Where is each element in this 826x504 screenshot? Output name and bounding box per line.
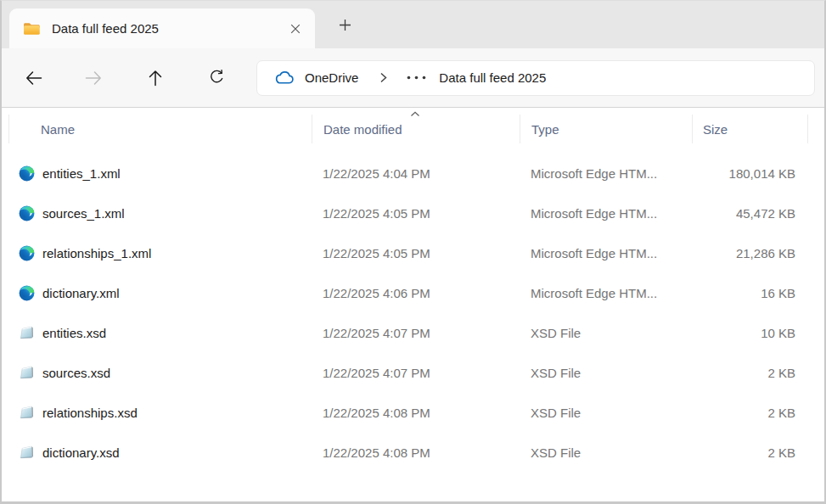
folder-tab[interactable]: Data full feed 2025 [9, 8, 315, 48]
file-type: Microsoft Edge HTM... [520, 166, 692, 181]
file-type: XSD File [520, 366, 692, 380]
file-list: entities_1.xml 1/22/2025 4:04 PM Microso… [2, 154, 824, 473]
file-row[interactable]: entities_1.xml 1/22/2025 4:04 PM Microso… [2, 154, 824, 193]
file-date-modified: 1/22/2025 4:05 PM [312, 246, 520, 260]
edge-file-icon [19, 205, 35, 221]
file-name: entities_1.xml [42, 166, 121, 181]
file-date-modified: 1/22/2025 4:08 PM [312, 406, 520, 420]
refresh-icon[interactable] [198, 61, 235, 95]
edge-file-icon [19, 285, 35, 301]
forward-icon[interactable] [75, 61, 112, 95]
file-date-modified: 1/22/2025 4:07 PM [312, 326, 520, 340]
file-name: dictionary.xml [42, 286, 120, 300]
address-bar[interactable]: OneDrive Data full feed 2025 [256, 60, 815, 96]
file-size: 2 KB [692, 366, 808, 380]
file-date-modified: 1/22/2025 4:04 PM [312, 166, 520, 181]
xsd-file-icon [19, 405, 35, 421]
column-header-size[interactable]: Size [692, 115, 808, 143]
file-date-modified: 1/22/2025 4:05 PM [312, 206, 520, 221]
file-row[interactable]: sources_1.xml 1/22/2025 4:05 PM Microsof… [2, 193, 824, 233]
breadcrumb-ellipsis-icon[interactable] [407, 76, 426, 80]
file-size: 10 KB [692, 326, 808, 340]
file-size: 2 KB [692, 406, 808, 420]
file-type: XSD File [520, 406, 692, 420]
breadcrumb-current[interactable]: Data full feed 2025 [439, 70, 546, 85]
column-header-name[interactable]: Name [8, 115, 312, 143]
xsd-file-icon [19, 445, 35, 461]
file-date-modified: 1/22/2025 4:06 PM [312, 286, 520, 300]
file-size: 2 KB [692, 445, 808, 460]
close-tab-icon[interactable] [284, 18, 306, 40]
folder-icon [23, 21, 41, 36]
file-date-modified: 1/22/2025 4:07 PM [312, 366, 520, 380]
tab-bar: Data full feed 2025 [2, 1, 824, 48]
file-name: sources.xsd [42, 366, 110, 380]
onedrive-cloud-icon [274, 70, 295, 86]
back-icon[interactable] [15, 61, 53, 95]
chevron-right-icon [379, 72, 388, 83]
file-type: Microsoft Edge HTM... [520, 206, 692, 221]
file-name: dictionary.xsd [42, 445, 120, 460]
file-size: 16 KB [692, 286, 808, 300]
file-row[interactable]: relationships_1.xml 1/22/2025 4:05 PM Mi… [2, 233, 824, 273]
new-tab-icon[interactable] [331, 11, 358, 38]
file-size: 45,472 KB [692, 206, 808, 221]
file-date-modified: 1/22/2025 4:08 PM [312, 445, 520, 460]
file-type: Microsoft Edge HTM... [520, 246, 692, 260]
tab-title: Data full feed 2025 [52, 21, 284, 36]
file-size: 21,286 KB [692, 246, 808, 260]
edge-file-icon [19, 245, 35, 261]
breadcrumb-root[interactable]: OneDrive [305, 70, 358, 85]
file-name: entities.xsd [42, 326, 106, 340]
file-row[interactable]: relationships.xsd 1/22/2025 4:08 PM XSD … [2, 393, 824, 433]
file-name: sources_1.xml [42, 206, 125, 221]
column-header-row: Name Date modified Type Size [2, 108, 824, 150]
column-header-date-modified[interactable]: Date modified [312, 115, 520, 143]
file-type: XSD File [520, 445, 692, 460]
file-type: XSD File [520, 326, 692, 340]
file-row[interactable]: entities.xsd 1/22/2025 4:07 PM XSD File … [2, 313, 824, 353]
edge-file-icon [19, 165, 35, 182]
file-name: relationships_1.xml [42, 246, 151, 260]
file-row[interactable]: dictionary.xsd 1/22/2025 4:08 PM XSD Fil… [2, 433, 824, 473]
column-header-type[interactable]: Type [520, 115, 692, 143]
navigation-bar: OneDrive Data full feed 2025 [2, 48, 824, 108]
up-icon[interactable] [137, 61, 174, 95]
file-type: Microsoft Edge HTM... [520, 286, 692, 300]
file-row[interactable]: sources.xsd 1/22/2025 4:07 PM XSD File 2… [2, 353, 824, 393]
xsd-file-icon [19, 365, 35, 381]
file-name: relationships.xsd [42, 406, 138, 420]
xsd-file-icon [19, 325, 35, 341]
file-row[interactable]: dictionary.xml 1/22/2025 4:06 PM Microso… [2, 273, 824, 313]
file-explorer-window: Data full feed 2025 [0, 0, 826, 504]
file-size: 180,014 KB [692, 166, 808, 181]
sort-ascending-icon [410, 111, 420, 117]
